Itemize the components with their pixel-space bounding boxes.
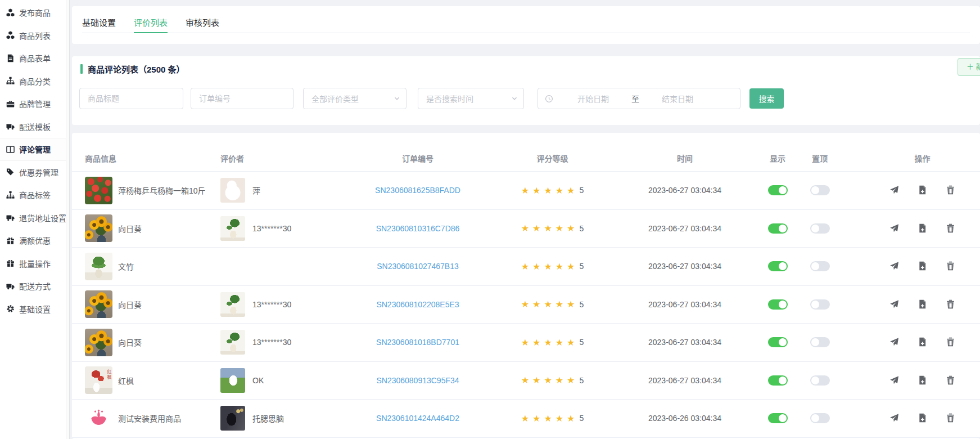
gear-icon	[6, 304, 15, 313]
tab-0[interactable]: 基础设置	[82, 6, 116, 33]
sidebar-item-10[interactable]: 满额优惠	[0, 229, 70, 252]
trash-icon[interactable]	[946, 413, 956, 423]
sidebar-item-9[interactable]: 退货地址设置	[0, 207, 70, 230]
order-no-link[interactable]: SN2306081018BD7701	[376, 338, 459, 347]
sidebar-item-7[interactable]: 优惠券管理	[0, 161, 70, 184]
sidebar-item-1[interactable]: 商品列表	[0, 24, 70, 47]
panel-title: 商品评论列表（2500 条）	[88, 63, 185, 75]
send-icon[interactable]	[889, 185, 900, 195]
search-button[interactable]: 搜索	[749, 88, 784, 109]
sidebar-item-2[interactable]: 商品表单	[0, 47, 70, 70]
send-icon[interactable]	[889, 223, 900, 234]
reviewer-name: 萍	[252, 185, 260, 196]
trash-icon[interactable]	[946, 375, 956, 386]
sidebar-item-5[interactable]: 配送模板	[0, 115, 70, 138]
add-button[interactable]: ＋ 新增	[958, 58, 980, 76]
show-toggle[interactable]	[768, 223, 788, 234]
sidebar-item-8[interactable]: 商品标签	[0, 183, 70, 207]
sidebar-item-3[interactable]: 商品分类	[0, 70, 70, 93]
trash-icon[interactable]	[946, 185, 956, 195]
top-toggle[interactable]	[810, 299, 830, 310]
start-date-input[interactable]: 开始日期	[562, 93, 624, 104]
rating-value: 5	[579, 338, 584, 347]
show-toggle[interactable]	[768, 413, 788, 423]
product-name: 向日葵	[118, 337, 142, 348]
show-toggle[interactable]	[768, 337, 788, 347]
review-time: 2023-06-27 03:04:34	[648, 262, 721, 271]
trash-icon[interactable]	[946, 337, 956, 347]
show-toggle[interactable]	[768, 185, 788, 195]
file-plus-icon[interactable]	[918, 413, 928, 423]
sidebar-scrollbar[interactable]	[66, 0, 70, 439]
sidebar-item-label: 商品分类	[19, 75, 51, 87]
send-icon[interactable]	[889, 375, 900, 386]
product-image	[85, 214, 112, 242]
tab-1[interactable]: 评价列表	[134, 6, 168, 33]
rating-value: 5	[579, 186, 584, 195]
top-toggle[interactable]	[810, 413, 830, 423]
order-no-link[interactable]: SN2306081027467B13	[377, 262, 459, 271]
show-toggle[interactable]	[768, 261, 788, 271]
table-row: 文竹 SN2306081027467B13 ★★★★★5 2023-06-27 …	[72, 248, 980, 286]
briefcase-icon	[6, 100, 15, 108]
trash-icon[interactable]	[946, 261, 956, 271]
send-icon[interactable]	[889, 337, 900, 347]
file-plus-icon[interactable]	[918, 223, 928, 234]
sidebar-item-label: 批量操作	[19, 258, 51, 269]
top-toggle[interactable]	[810, 337, 830, 347]
product-image	[85, 253, 112, 280]
sidebar-item-6[interactable]: 评论管理	[0, 138, 70, 161]
sidebar: 发布商品商品列表商品表单商品分类品牌管理配送模板评论管理优惠券管理商品标签退货地…	[0, 0, 70, 439]
file-plus-icon[interactable]	[918, 261, 928, 271]
tab-2[interactable]: 审核列表	[186, 6, 219, 33]
sidebar-item-11[interactable]: 批量操作	[0, 252, 70, 275]
file-plus-icon[interactable]	[918, 185, 928, 195]
file-plus-icon[interactable]	[918, 337, 928, 347]
reviewer-avatar	[220, 368, 245, 393]
sidebar-item-4[interactable]: 品牌管理	[0, 92, 70, 115]
order-no-input[interactable]	[191, 94, 293, 103]
sidebar-item-0[interactable]: 发布商品	[0, 1, 70, 24]
send-icon[interactable]	[889, 261, 900, 271]
order-no-link[interactable]: SN2306101424A464D2	[376, 414, 459, 423]
product-name: 向日葵	[118, 223, 142, 234]
rating-value: 5	[579, 300, 584, 309]
top-toggle[interactable]	[810, 223, 830, 234]
sidebar-item-label: 满额优惠	[19, 235, 51, 246]
review-time: 2023-06-27 03:04:34	[648, 186, 721, 195]
show-toggle[interactable]	[768, 299, 788, 310]
product-title-input[interactable]	[80, 94, 183, 103]
order-no-link[interactable]: SN2306080913C95F34	[376, 376, 459, 385]
end-date-input[interactable]: 结束日期	[647, 93, 708, 104]
sidebar-item-13[interactable]: 基础设置	[0, 298, 70, 321]
star-rating: ★★★★★	[521, 299, 579, 309]
trash-icon[interactable]	[946, 299, 956, 310]
sidebar-item-label: 配送模板	[19, 121, 51, 132]
sidebar-item-label: 优惠券管理	[19, 167, 58, 178]
star-rating: ★★★★★	[521, 223, 579, 233]
order-no-link[interactable]: SN23060810316C7D86	[376, 224, 460, 233]
top-toggle[interactable]	[810, 261, 830, 271]
send-icon[interactable]	[889, 413, 900, 423]
file-plus-icon[interactable]	[918, 375, 928, 386]
top-toggle[interactable]	[810, 185, 830, 195]
cubes-icon	[6, 8, 15, 17]
order-no-link[interactable]: SN230608102208E5E3	[376, 300, 459, 309]
show-toggle[interactable]	[768, 375, 788, 386]
top-toggle[interactable]	[810, 375, 830, 386]
review-type-select[interactable]: 全部评价类型	[303, 88, 407, 109]
chevron-down-icon	[511, 95, 518, 102]
star-rating: ★★★★★	[521, 186, 579, 195]
reviewer-name: 13*******30	[252, 300, 291, 309]
date-separator: 至	[624, 93, 647, 104]
date-range-picker[interactable]: 开始日期 至 结束日期	[538, 88, 740, 109]
file-plus-icon[interactable]	[918, 299, 928, 310]
chevron-down-icon	[394, 95, 400, 102]
trash-icon[interactable]	[946, 223, 956, 234]
time-search-select[interactable]: 是否搜索时间	[418, 88, 524, 109]
order-no-link[interactable]: SN2306081625B8FADD	[375, 186, 460, 195]
send-icon[interactable]	[889, 299, 900, 310]
tabs-card: 基础设置评价列表审核列表	[72, 6, 980, 44]
sidebar-item-12[interactable]: 配送方式	[0, 275, 70, 298]
sitemap-icon	[6, 191, 15, 199]
